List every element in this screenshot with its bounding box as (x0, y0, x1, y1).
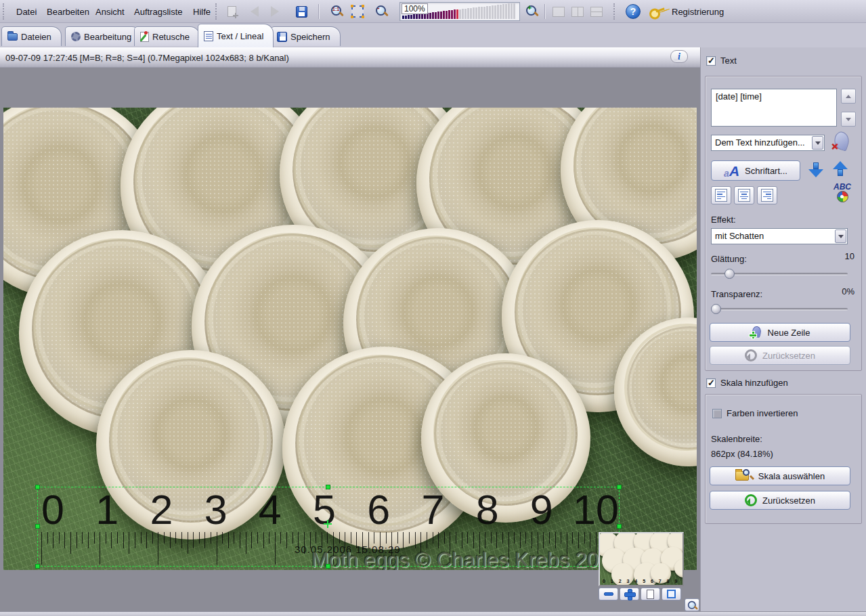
align-center-button[interactable] (734, 186, 754, 204)
zoom-actual-button[interactable]: 1:1 (328, 3, 347, 20)
toolbar-grip[interactable] (215, 3, 218, 20)
invert-colors-row[interactable]: Farben invertieren (712, 408, 798, 418)
new-page-button[interactable] (222, 3, 241, 20)
zoom-out-icon: - (375, 5, 389, 18)
font-button-label: Schriftart... (745, 166, 787, 176)
toolbar-grip[interactable] (3, 3, 5, 20)
invert-colors-checkbox[interactable] (712, 409, 722, 418)
layout-single-button[interactable] (550, 3, 567, 20)
selection-handle[interactable] (326, 485, 330, 489)
font-button[interactable]: aA Schriftart... (711, 160, 800, 181)
text-ruler-panel: Text [date] [time] Dem Text hinzufügen..… (700, 47, 866, 616)
image-info-text: 09-07-09 17:27:45 [M=B; R=8; S=4] (0.7Me… (5, 53, 289, 63)
nav-zoom-out-button[interactable] (599, 588, 618, 600)
tab-bearbeitung[interactable]: Bearbeitung (65, 26, 142, 46)
slider-thumb[interactable] (711, 304, 721, 314)
text-input[interactable]: [date] [time] (711, 89, 837, 127)
select-scale-label: Skala auswählen (758, 471, 825, 481)
tab-dateien[interactable]: Dateien (1, 26, 62, 46)
tab-speichern[interactable]: Speichern (271, 26, 341, 46)
menu-ansicht[interactable]: Ansicht (91, 5, 129, 18)
dropdown-arrow-button[interactable] (812, 136, 823, 150)
scale-groupbox: Farben invertieren Skalenbreite: 862px (… (705, 394, 862, 524)
toolbar-separator (318, 4, 319, 19)
help-button[interactable]: ? (623, 3, 643, 20)
new-line-button[interactable]: Neue Zeile (710, 323, 850, 342)
retouch-icon (140, 32, 149, 42)
selection-handle[interactable] (617, 485, 622, 489)
text-document-icon (204, 31, 213, 41)
nav-zoom-in-button[interactable] (620, 588, 639, 600)
nav-actual-size-button[interactable] (641, 588, 660, 600)
text-line-up-button[interactable] (841, 89, 856, 104)
text-line-down-button[interactable] (841, 112, 856, 127)
selection-handle[interactable] (35, 564, 40, 569)
selection-handle[interactable] (35, 524, 40, 529)
layout-split-horizontal-button[interactable] (588, 3, 605, 20)
abc-label: ABC (833, 182, 851, 192)
transparency-slider[interactable] (711, 304, 848, 314)
scale-reset-button[interactable]: Zurücksetzen (710, 491, 850, 510)
align-left-button[interactable] (711, 186, 731, 204)
tab-retusche[interactable]: Retusche (134, 26, 200, 46)
menu-auftragsliste[interactable]: Auftragsliste (130, 5, 187, 18)
back-button[interactable] (245, 3, 264, 20)
dropdown-arrow-button[interactable] (835, 229, 846, 243)
menu-hilfe[interactable]: Hilfe (189, 5, 215, 18)
slider-thumb[interactable] (724, 269, 735, 279)
layout-split-vertical-button[interactable] (569, 3, 586, 20)
main-area: 09-07-09 17:27:45 [M=B; R=8; S=4] (0.7Me… (0, 47, 700, 616)
add-scale-checkbox[interactable] (706, 378, 716, 388)
invert-colors-label: Farben invertieren (727, 408, 798, 418)
text-checkbox-row[interactable]: Text (706, 56, 737, 66)
scale-width-value: 862px (84.18%) (711, 449, 773, 459)
move-text-down-button[interactable] (807, 161, 825, 179)
folder-magnifier-icon (735, 469, 753, 483)
effect-dropdown[interactable]: mit Schatten (711, 228, 848, 244)
tab-label: Text / Lineal (217, 31, 263, 41)
info-bubble-icon[interactable]: i (670, 50, 688, 63)
align-right-button[interactable] (757, 186, 777, 204)
save-button[interactable] (291, 3, 311, 20)
select-scale-button[interactable]: Skala auswählen (710, 466, 850, 485)
text-color-button[interactable]: ABC (831, 182, 856, 205)
selection-handle[interactable] (617, 524, 622, 529)
scale-checkbox-row[interactable]: Skala hinzufügen (706, 378, 788, 388)
page-icon (647, 590, 654, 599)
arrow-down-icon (808, 169, 823, 177)
toolbar-grip[interactable] (613, 3, 616, 20)
registration-button[interactable]: Registrierung (649, 3, 737, 20)
forward-button[interactable] (265, 3, 284, 20)
text-reset-button[interactable]: Zurücksetzen (710, 346, 850, 365)
zoom-fit-button[interactable] (348, 3, 367, 20)
delete-text-button[interactable]: × (831, 132, 852, 152)
smoothing-slider[interactable] (711, 269, 848, 279)
nav-fit-button[interactable] (662, 588, 681, 600)
registration-label: Registrierung (672, 7, 724, 17)
photo-content[interactable]: 012345678910 30.05.2006 15:08:29 Moth eg… (3, 108, 697, 570)
menu-bearbeiten[interactable]: Bearbeiten (43, 5, 93, 18)
bottom-strip (700, 611, 866, 616)
loupe-button[interactable] (685, 598, 699, 611)
selection-handle[interactable] (35, 485, 40, 489)
minus-icon (604, 592, 613, 596)
folder-icon (7, 33, 18, 41)
align-center-icon (738, 189, 750, 202)
navigator-thumbnail[interactable]: 0 1 2 3 4 5 6 7 8 9 10 (599, 532, 684, 586)
tab-text-lineal[interactable]: Text / Lineal (198, 24, 274, 47)
move-text-up-button[interactable] (831, 161, 849, 179)
plus-icon (624, 589, 634, 599)
selection-handle[interactable] (326, 564, 330, 569)
add-to-text-dropdown[interactable]: Dem Text hinzufügen... (711, 135, 825, 151)
zoom-out-button[interactable]: - (372, 3, 391, 20)
ruler-selection-box[interactable] (37, 487, 620, 567)
zoom-in-button[interactable]: + (523, 3, 542, 20)
tab-bar: Dateien Bearbeitung Retusche Text / Line… (0, 23, 866, 47)
font-icon: aA (724, 164, 739, 178)
zoom-meter[interactable]: 100% (399, 2, 520, 21)
tab-label: Bearbeitung (84, 32, 131, 42)
menu-datei[interactable]: Datei (12, 5, 41, 18)
slider-track[interactable] (711, 308, 848, 311)
text-checkbox[interactable] (706, 56, 716, 66)
arrow-up-icon (833, 161, 848, 169)
